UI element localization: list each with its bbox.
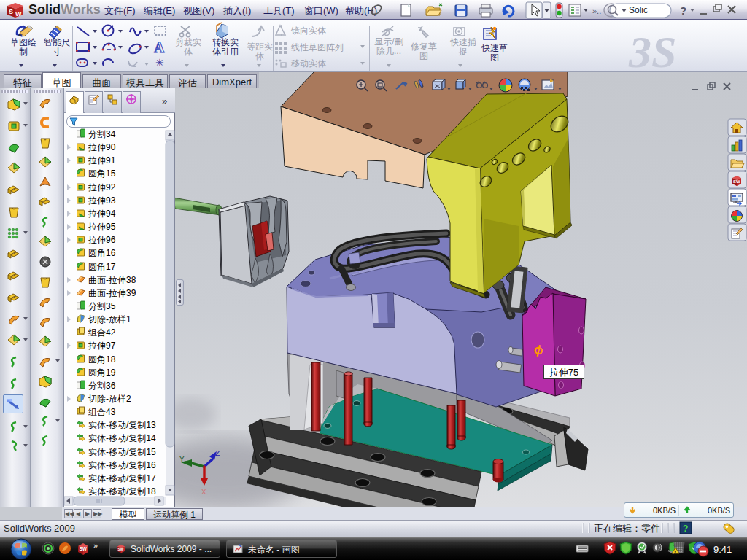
svg-text:3S: 3S [628,27,676,71]
svg-text:SW: SW [118,548,124,551]
svg-text:?: ? [683,524,688,534]
svg-text:SW: SW [80,546,88,551]
svg-text:Z: Z [215,449,220,458]
svg-text:0KB/S: 0KB/S [653,506,676,515]
svg-text:»: » [93,541,98,550]
svg-text:Y: Y [179,455,185,464]
svg-text:»..: ».. [592,7,601,15]
svg-text:Solic: Solic [629,5,648,15]
svg-text:?: ? [680,4,686,17]
svg-text:SW: SW [733,179,740,184]
svg-text:S: S [9,8,13,15]
svg-text:A: A [154,39,165,55]
svg-text:X: X [201,488,206,497]
svg-text:W: W [15,10,22,18]
svg-text:✳: ✳ [155,57,164,69]
svg-text:....: .... [578,542,581,546]
svg-text:!: ! [674,550,676,554]
svg-text:0KB/S: 0KB/S [708,506,730,515]
